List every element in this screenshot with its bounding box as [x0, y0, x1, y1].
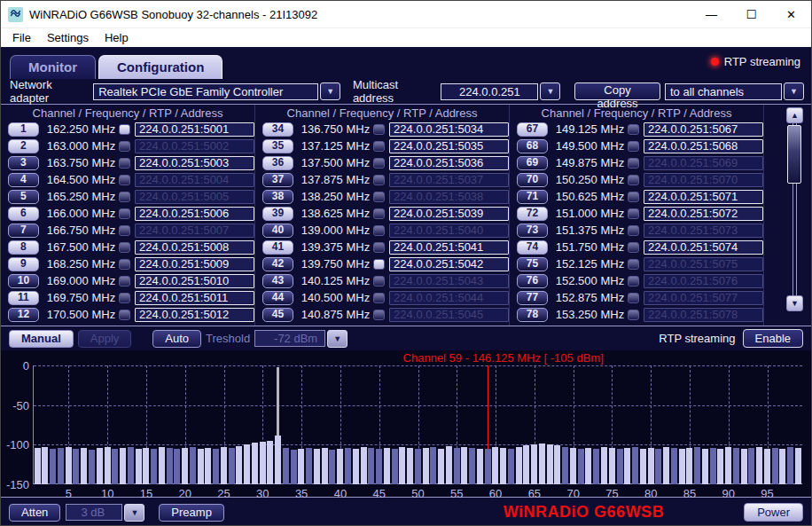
channel-button[interactable]: 67 — [517, 122, 548, 137]
rtp-checkbox[interactable] — [628, 141, 639, 152]
spectrum-plot[interactable]: 5101520253035404550556065707580859095 — [33, 365, 802, 484]
channel-button[interactable]: 34 — [262, 122, 293, 137]
channel-button[interactable]: 3 — [8, 156, 39, 170]
rtp-address-field[interactable]: 224.0.0.251:5045 — [389, 308, 509, 322]
channel-button[interactable]: 44 — [262, 291, 293, 305]
channel-button[interactable]: 7 — [8, 224, 39, 238]
rtp-address-field[interactable]: 224.0.0.251:5076 — [644, 274, 763, 288]
menu-file[interactable]: File — [4, 29, 39, 46]
channel-button[interactable]: 2 — [8, 139, 39, 153]
channel-button[interactable]: 36 — [262, 156, 293, 170]
rtp-enable-button[interactable]: Enable — [743, 329, 803, 348]
channel-button[interactable]: 39 — [262, 207, 293, 221]
rtp-address-field[interactable]: 224.0.0.251:5005 — [135, 190, 254, 204]
rtp-address-field[interactable]: 224.0.0.251:5002 — [135, 139, 254, 153]
minimize-button[interactable]: — — [691, 1, 731, 27]
close-button[interactable]: ✕ — [771, 1, 811, 27]
atten-dropdown-icon[interactable]: ▼ — [124, 504, 144, 522]
rtp-address-field[interactable]: 224.0.0.251:5069 — [644, 156, 763, 170]
rtp-address-field[interactable]: 224.0.0.251:5010 — [135, 274, 254, 288]
rtp-checkbox[interactable] — [119, 175, 130, 185]
rtp-checkbox[interactable] — [628, 192, 639, 202]
rtp-checkbox[interactable] — [373, 293, 385, 303]
channel-button[interactable]: 41 — [262, 240, 293, 255]
rtp-address-field[interactable]: 224.0.0.251:5034 — [389, 122, 509, 137]
rtp-address-field[interactable]: 224.0.0.251:5035 — [389, 139, 509, 153]
channel-button[interactable]: 71 — [517, 190, 548, 204]
rtp-checkbox[interactable] — [373, 276, 385, 287]
rtp-address-field[interactable]: 224.0.0.251:5003 — [135, 156, 254, 170]
atten-value-field[interactable]: 3 dB — [66, 504, 122, 521]
rtp-checkbox[interactable] — [373, 175, 385, 185]
channel-button[interactable]: 76 — [517, 274, 548, 288]
rtp-address-field[interactable]: 224.0.0.251:5071 — [644, 190, 763, 204]
network-adapter-dropdown-icon[interactable]: ▼ — [320, 82, 340, 100]
channel-button[interactable]: 37 — [262, 173, 293, 187]
channel-button[interactable]: 42 — [262, 257, 293, 271]
rtp-address-field[interactable]: 224.0.0.251:5011 — [135, 291, 254, 305]
rtp-checkbox[interactable] — [628, 175, 639, 185]
channel-button[interactable]: 78 — [517, 308, 548, 322]
channel-button[interactable]: 1 — [8, 122, 39, 137]
rtp-address-field[interactable]: 224.0.0.251:5037 — [389, 173, 509, 187]
scrollbar-thumb[interactable] — [787, 125, 801, 184]
rtp-address-field[interactable]: 224.0.0.251:5043 — [389, 274, 509, 288]
power-button[interactable]: Power — [744, 503, 803, 522]
rtp-checkbox[interactable] — [373, 225, 385, 236]
rtp-checkbox[interactable] — [119, 192, 130, 202]
rtp-checkbox[interactable] — [119, 141, 130, 152]
rtp-checkbox[interactable] — [628, 276, 639, 287]
channel-button[interactable]: 4 — [8, 173, 39, 187]
rtp-address-field[interactable]: 224.0.0.251:5078 — [644, 308, 763, 322]
rtp-address-field[interactable]: 224.0.0.251:5075 — [644, 257, 763, 271]
channel-button[interactable]: 38 — [262, 190, 293, 204]
rtp-address-field[interactable]: 224.0.0.251:5009 — [135, 257, 254, 271]
channel-button[interactable]: 43 — [262, 274, 293, 288]
rtp-checkbox[interactable] — [373, 124, 385, 135]
channel-button[interactable]: 75 — [517, 257, 548, 271]
rtp-address-field[interactable]: 224.0.0.251:5040 — [389, 224, 509, 238]
channel-button[interactable]: 12 — [8, 308, 39, 322]
tab-monitor[interactable]: Monitor — [10, 55, 96, 79]
rtp-checkbox[interactable] — [373, 141, 385, 152]
scroll-down-icon[interactable]: ▼ — [786, 295, 803, 311]
rtp-address-field[interactable]: 224.0.0.251:5042 — [389, 257, 509, 271]
menu-settings[interactable]: Settings — [39, 29, 97, 46]
rtp-checkbox[interactable] — [373, 242, 385, 253]
channel-button[interactable]: 10 — [8, 274, 39, 288]
rtp-checkbox[interactable] — [373, 192, 385, 202]
rtp-address-field[interactable]: 224.0.0.251:5067 — [644, 122, 763, 137]
channel-button[interactable]: 73 — [517, 224, 548, 238]
rtp-checkbox[interactable] — [119, 276, 130, 287]
rtp-checkbox[interactable] — [373, 158, 385, 169]
rtp-address-field[interactable]: 224.0.0.251:5001 — [135, 122, 254, 137]
treshold-dropdown-icon[interactable]: ▼ — [327, 330, 347, 348]
rtp-address-field[interactable]: 224.0.0.251:5068 — [644, 139, 763, 153]
channel-button[interactable]: 35 — [262, 139, 293, 153]
rtp-checkbox[interactable] — [119, 293, 130, 303]
rtp-address-field[interactable]: 224.0.0.251:5038 — [389, 190, 509, 204]
manual-button[interactable]: Manual — [9, 330, 74, 348]
rtp-address-field[interactable]: 224.0.0.251:5070 — [644, 173, 763, 187]
rtp-checkbox[interactable] — [119, 242, 130, 253]
rtp-address-field[interactable]: 224.0.0.251:5044 — [389, 291, 509, 305]
preamp-button[interactable]: Preamp — [159, 504, 224, 522]
rtp-checkbox[interactable] — [119, 158, 130, 169]
rtp-address-field[interactable]: 224.0.0.251:5077 — [644, 291, 763, 305]
scroll-up-icon[interactable]: ▲ — [786, 107, 803, 123]
maximize-button[interactable]: ☐ — [731, 1, 771, 27]
rtp-checkbox[interactable] — [119, 225, 130, 236]
rtp-address-field[interactable]: 224.0.0.251:5073 — [644, 224, 763, 238]
channel-button[interactable]: 69 — [517, 156, 548, 170]
channel-button[interactable]: 8 — [8, 240, 39, 255]
channel-button[interactable]: 72 — [517, 207, 548, 221]
rtp-address-field[interactable]: 224.0.0.251:5041 — [389, 240, 509, 255]
channel-button[interactable]: 45 — [262, 308, 293, 322]
auto-button[interactable]: Auto — [152, 330, 201, 348]
rtp-address-field[interactable]: 224.0.0.251:5039 — [389, 207, 509, 221]
channel-button[interactable]: 11 — [8, 291, 39, 305]
rtp-address-field[interactable]: 224.0.0.251:5036 — [389, 156, 509, 170]
channel-button[interactable]: 68 — [517, 139, 548, 153]
rtp-checkbox[interactable] — [119, 124, 130, 135]
rtp-checkbox[interactable] — [628, 208, 639, 219]
